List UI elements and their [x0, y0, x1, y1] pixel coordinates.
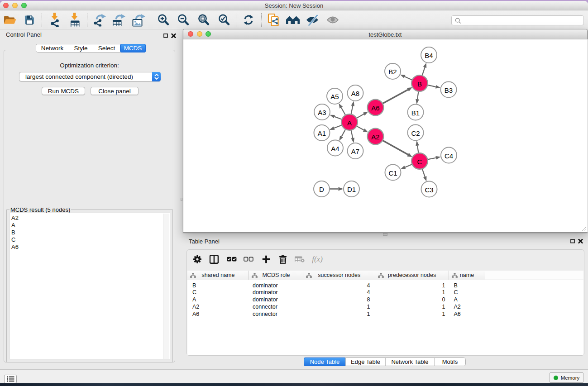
zoom-out-button[interactable] — [177, 14, 189, 26]
graph-node-B3[interactable]: B3 — [440, 81, 456, 97]
search-box[interactable] — [451, 15, 584, 25]
column-header-name[interactable]: name — [449, 271, 485, 280]
mcds-result-item[interactable]: B — [10, 229, 170, 236]
run-mcds-button[interactable]: Run MCDS — [42, 87, 85, 95]
cell-successor-nodes[interactable]: 1 — [303, 311, 375, 317]
table-row[interactable]: Bdominator41B — [187, 282, 583, 289]
table-row[interactable]: A2connector11A2 — [187, 303, 583, 310]
graph-node-A5[interactable]: A5 — [327, 88, 343, 104]
graph-node-C3[interactable]: C3 — [421, 181, 437, 197]
graph-node-A7[interactable]: A7 — [347, 143, 363, 159]
tab-mcds[interactable]: MCDS — [120, 44, 146, 53]
tab-network-table[interactable]: Network Table — [385, 358, 434, 366]
close-panel-button[interactable]: Close panel — [91, 87, 139, 95]
import-network-button[interactable] — [49, 13, 61, 27]
cell-successor-nodes[interactable]: 4 — [303, 289, 375, 295]
tab-edge-table[interactable]: Edge Table — [345, 358, 385, 366]
cell-shared-name[interactable]: A2 — [187, 304, 249, 310]
mcds-result-item[interactable]: A2 — [10, 214, 170, 222]
cell-name[interactable]: A — [449, 296, 485, 303]
table-row[interactable]: Cdominator41C — [187, 289, 583, 296]
cell-shared-name[interactable]: B — [187, 282, 249, 289]
graph-node-B[interactable]: B — [411, 75, 428, 91]
column-visibility-button[interactable] — [210, 255, 219, 264]
new-network-from-selection-button[interactable] — [268, 13, 279, 26]
graph-node-C4[interactable]: C4 — [441, 147, 457, 163]
cell-predecessor-nodes[interactable]: 1 — [375, 304, 449, 310]
task-history-button[interactable] — [4, 375, 17, 383]
mcds-result-item[interactable]: A6 — [10, 243, 170, 251]
search-input[interactable] — [463, 16, 580, 24]
zoom-in-button[interactable] — [158, 14, 169, 26]
column-header-predecessor-nodes[interactable]: predecessor nodes — [375, 271, 449, 280]
cell-MCDS-role[interactable]: connector — [249, 311, 303, 317]
close-panel-icon[interactable] — [171, 33, 176, 38]
graph-node-C1[interactable]: C1 — [385, 164, 401, 180]
cell-successor-nodes[interactable]: 8 — [303, 296, 375, 303]
graph-node-B2[interactable]: B2 — [385, 63, 401, 79]
cell-name[interactable]: B — [449, 282, 485, 289]
tab-motifs[interactable]: Motifs — [434, 358, 465, 366]
graph-node-A2[interactable]: A2 — [367, 128, 383, 144]
export-network-button[interactable] — [93, 13, 107, 26]
cell-shared-name[interactable]: A6 — [187, 311, 249, 317]
mcds-result-item[interactable]: A — [10, 222, 170, 229]
table-row[interactable]: Adominator80A — [187, 296, 583, 303]
cell-predecessor-nodes[interactable]: 1 — [375, 311, 449, 317]
hide-selected-button[interactable] — [306, 14, 319, 25]
deselect-all-rows-button[interactable] — [244, 257, 253, 262]
first-neighbors-button[interactable] — [286, 14, 300, 25]
zoom-selected-button[interactable] — [218, 14, 230, 26]
select-all-rows-button[interactable] — [227, 257, 237, 262]
apply-layout-button[interactable] — [244, 14, 254, 25]
graph-node-A8[interactable]: A8 — [347, 85, 363, 101]
cell-predecessor-nodes[interactable]: 0 — [375, 296, 449, 303]
graph-node-B1[interactable]: B1 — [407, 104, 423, 120]
graph-node-D1[interactable]: D1 — [344, 181, 359, 197]
cell-MCDS-role[interactable]: connector — [249, 304, 303, 310]
graph-node-A1[interactable]: A1 — [314, 125, 330, 141]
add-column-button[interactable] — [262, 255, 271, 264]
memory-button[interactable]: Memory — [550, 372, 583, 383]
vertical-splitter-handle[interactable] — [181, 198, 182, 201]
table-row[interactable]: A6connector11A6 — [187, 310, 583, 318]
cell-shared-name[interactable]: C — [187, 289, 249, 295]
tab-network[interactable]: Network — [36, 44, 69, 52]
mcds-result-list[interactable]: A2ABCA6 — [9, 213, 170, 359]
column-header-shared-name[interactable]: shared name — [187, 271, 249, 280]
cell-shared-name[interactable]: A — [187, 296, 249, 303]
graph-node-C[interactable]: C — [411, 153, 428, 169]
graph-node-D[interactable]: D — [314, 181, 330, 197]
network-canvas[interactable]: B4B2BB3A5A8A6A3AB1A1A2C2A4A7C4CC1C3DD1 — [184, 39, 588, 232]
cell-MCDS-role[interactable]: dominator — [249, 289, 303, 295]
cell-successor-nodes[interactable]: 1 — [303, 304, 375, 310]
close-table-panel-icon[interactable] — [578, 239, 583, 243]
show-all-button[interactable] — [327, 15, 339, 24]
cell-name[interactable]: C — [449, 289, 485, 295]
cell-MCDS-role[interactable]: dominator — [249, 296, 303, 303]
horizontal-splitter-handle[interactable] — [383, 233, 387, 236]
import-table-button[interactable] — [69, 13, 81, 27]
column-header-MCDS-role[interactable]: MCDS role — [249, 271, 303, 280]
graph-node-A6[interactable]: A6 — [367, 99, 383, 115]
export-table-button[interactable] — [112, 13, 126, 26]
graph-node-C2[interactable]: C2 — [407, 124, 423, 140]
zoom-fit-button[interactable] — [198, 14, 210, 26]
graph-node-B4[interactable]: B4 — [421, 47, 437, 63]
save-session-button[interactable] — [24, 14, 35, 26]
cell-successor-nodes[interactable]: 4 — [303, 282, 375, 289]
tab-select[interactable]: Select — [93, 44, 120, 52]
graph-node-A3[interactable]: A3 — [314, 104, 330, 120]
graph-node-A4[interactable]: A4 — [327, 140, 343, 156]
table-options-button[interactable] — [193, 255, 201, 263]
cell-MCDS-role[interactable]: dominator — [249, 282, 303, 289]
float-table-panel-icon[interactable] — [570, 239, 575, 243]
open-session-button[interactable] — [3, 14, 16, 26]
tab-node-table[interactable]: Node Table — [304, 357, 346, 367]
graph-node-A[interactable]: A — [341, 114, 358, 130]
column-header-successor-nodes[interactable]: successor nodes — [303, 271, 375, 280]
float-panel-icon[interactable] — [163, 33, 168, 38]
cell-predecessor-nodes[interactable]: 1 — [375, 282, 449, 289]
mcds-list-scrollbar[interactable] — [163, 214, 169, 359]
mcds-result-item[interactable]: C — [10, 236, 170, 243]
